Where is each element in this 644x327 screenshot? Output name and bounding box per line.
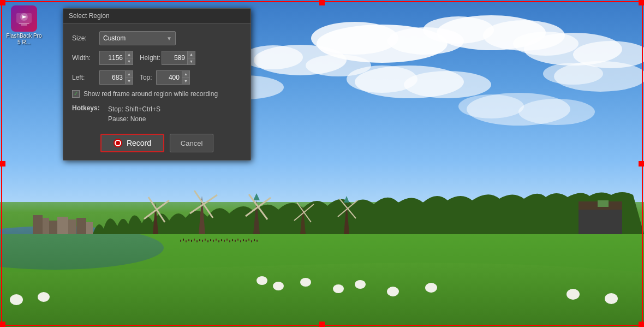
- svg-rect-97: [237, 239, 238, 241]
- width-down-button[interactable]: ▼: [126, 58, 133, 65]
- svg-rect-33: [76, 218, 86, 234]
- buttons-row: Record Cancel: [72, 132, 242, 152]
- svg-rect-85: [205, 239, 206, 241]
- width-up-button[interactable]: ▲: [126, 51, 133, 58]
- left-input-group: ▲ ▼: [99, 70, 133, 85]
- record-button-label: Record: [127, 139, 151, 147]
- svg-rect-99: [243, 239, 244, 241]
- width-spinner: ▲ ▼: [126, 51, 133, 65]
- svg-point-70: [605, 293, 618, 304]
- top-up-button[interactable]: ▲: [182, 71, 189, 78]
- svg-rect-80: [191, 240, 192, 242]
- app-icon: [11, 5, 37, 32]
- svg-rect-30: [49, 221, 57, 234]
- show-frame-checkbox[interactable]: ✓: [72, 90, 80, 98]
- app-icon-label: FlashBack Pro 5 R...: [5, 33, 43, 46]
- svg-rect-32: [68, 219, 76, 234]
- left-up-button[interactable]: ▲: [126, 71, 133, 78]
- checkbox-label: Show red frame around region while recor…: [84, 90, 218, 98]
- svg-rect-88: [213, 240, 214, 242]
- corner-marker-br[interactable]: [639, 322, 644, 327]
- corner-marker-tl[interactable]: [0, 0, 5, 5]
- hotkeys-section: Hotkeys: Stop: Shift+Ctrl+S Pause: None: [72, 104, 242, 124]
- height-up-button[interactable]: ▲: [188, 51, 195, 58]
- dimensions-row: Width: ▲ ▼ Height: ▲ ▼: [72, 51, 242, 65]
- top-down-button[interactable]: ▼: [182, 78, 189, 85]
- height-spinner: ▲ ▼: [188, 51, 195, 65]
- height-input[interactable]: [162, 51, 188, 65]
- svg-rect-83: [199, 239, 200, 241]
- svg-rect-73: [579, 207, 622, 234]
- svg-point-71: [10, 294, 23, 305]
- svg-line-36: [157, 200, 169, 210]
- top-input-group: ▲ ▼: [156, 70, 190, 85]
- svg-marker-57: [344, 196, 349, 203]
- hotkeys-stop: Stop: Shift+Ctrl+S: [108, 104, 160, 114]
- size-row: Size: Custom ▼: [72, 31, 242, 45]
- svg-rect-108: [19, 23, 29, 24]
- svg-point-17: [543, 63, 603, 85]
- select-region-dialog: Select Region Size: Custom ▼ Width: ▲ ▼ …: [63, 8, 251, 160]
- svg-rect-94: [229, 240, 230, 242]
- svg-rect-101: [248, 239, 249, 241]
- hotkeys-label: Hotkeys:: [72, 104, 105, 112]
- svg-rect-91: [221, 239, 222, 241]
- record-button[interactable]: Record: [100, 134, 164, 152]
- svg-point-63: [273, 282, 284, 290]
- edge-marker-left[interactable]: [0, 161, 5, 167]
- corner-marker-tr[interactable]: [639, 0, 644, 5]
- corner-marker-bl[interactable]: [0, 322, 5, 327]
- svg-rect-92: [224, 240, 225, 242]
- edge-marker-top[interactable]: [319, 0, 325, 5]
- dialog-titlebar: Select Region: [63, 9, 251, 23]
- svg-point-62: [257, 276, 267, 285]
- left-spinner: ▲ ▼: [126, 70, 133, 85]
- desktop-icon[interactable]: FlashBack Pro 5 R...: [5, 5, 43, 46]
- svg-rect-103: [254, 239, 255, 241]
- svg-rect-87: [210, 239, 211, 241]
- svg-rect-93: [226, 239, 228, 241]
- cancel-button[interactable]: Cancel: [170, 134, 213, 152]
- svg-point-24: [458, 94, 524, 118]
- svg-rect-31: [57, 217, 68, 234]
- size-dropdown-value: Custom: [103, 34, 126, 42]
- top-label: Top:: [133, 74, 156, 81]
- svg-rect-86: [207, 240, 208, 242]
- svg-point-5: [423, 16, 494, 44]
- hotkeys-values: Stop: Shift+Ctrl+S Pause: None: [108, 104, 160, 124]
- edge-marker-right[interactable]: [639, 161, 644, 167]
- checkbox-row: ✓ Show red frame around region while rec…: [72, 90, 242, 98]
- svg-point-11: [243, 45, 303, 69]
- height-label: Height:: [133, 54, 162, 62]
- svg-rect-100: [246, 240, 247, 242]
- dropdown-arrow-icon: ▼: [166, 35, 172, 41]
- svg-rect-78: [186, 240, 187, 242]
- svg-rect-34: [86, 222, 93, 234]
- width-input[interactable]: [99, 51, 126, 65]
- position-row: Left: ▲ ▼ Top: ▲ ▼: [72, 70, 242, 85]
- svg-rect-98: [240, 240, 241, 242]
- svg-rect-95: [232, 239, 233, 241]
- left-label: Left:: [72, 74, 99, 81]
- left-input[interactable]: [99, 70, 126, 85]
- top-input[interactable]: [156, 70, 182, 85]
- svg-rect-96: [235, 240, 236, 242]
- svg-point-25: [518, 99, 595, 125]
- record-dot-icon: [114, 139, 122, 147]
- svg-rect-89: [216, 239, 217, 241]
- svg-marker-46: [253, 193, 260, 200]
- height-down-button[interactable]: ▼: [188, 58, 195, 65]
- svg-point-67: [387, 287, 399, 296]
- svg-rect-82: [196, 240, 198, 242]
- svg-rect-29: [43, 218, 49, 234]
- size-dropdown[interactable]: Custom ▼: [99, 31, 176, 45]
- svg-rect-79: [188, 239, 189, 241]
- svg-point-69: [567, 289, 580, 300]
- landscape-svg: [0, 163, 644, 327]
- hotkeys-pause: Pause: None: [108, 114, 160, 124]
- svg-point-72: [38, 292, 50, 302]
- left-down-button[interactable]: ▼: [126, 78, 133, 85]
- edge-marker-bottom[interactable]: [319, 322, 325, 327]
- svg-point-15: [404, 71, 491, 98]
- svg-rect-28: [33, 215, 43, 234]
